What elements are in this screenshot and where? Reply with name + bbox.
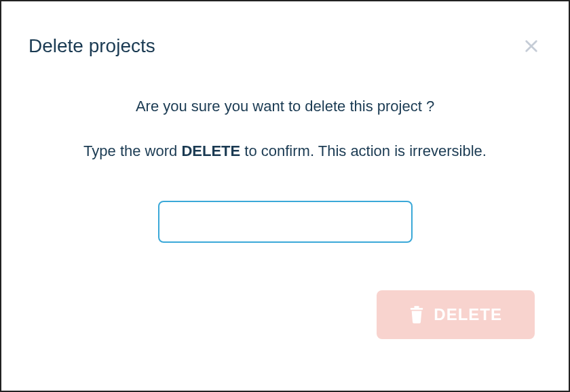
close-icon <box>524 39 539 54</box>
modal-body: Are you sure you want to delete this pro… <box>28 98 542 339</box>
modal-title: Delete projects <box>28 35 155 57</box>
confirm-instruction: Type the word DELETE to confirm. This ac… <box>28 142 542 160</box>
svg-rect-2 <box>415 306 419 308</box>
delete-button[interactable]: DELETE <box>377 290 535 339</box>
close-button[interactable] <box>521 36 542 56</box>
modal-header: Delete projects <box>28 35 542 57</box>
delete-button-label: DELETE <box>434 305 502 324</box>
instruction-suffix: to confirm. This action is irreversible. <box>240 142 487 159</box>
trash-icon <box>409 306 424 324</box>
instruction-prefix: Type the word <box>83 142 181 159</box>
confirm-input[interactable] <box>158 201 413 243</box>
modal-footer: DELETE <box>28 290 542 339</box>
delete-modal: Delete projects Are you sure you want to… <box>0 0 570 392</box>
confirm-question: Are you sure you want to delete this pro… <box>28 98 542 115</box>
instruction-bold: DELETE <box>181 142 240 159</box>
input-wrapper <box>28 201 542 243</box>
svg-rect-3 <box>411 308 423 310</box>
